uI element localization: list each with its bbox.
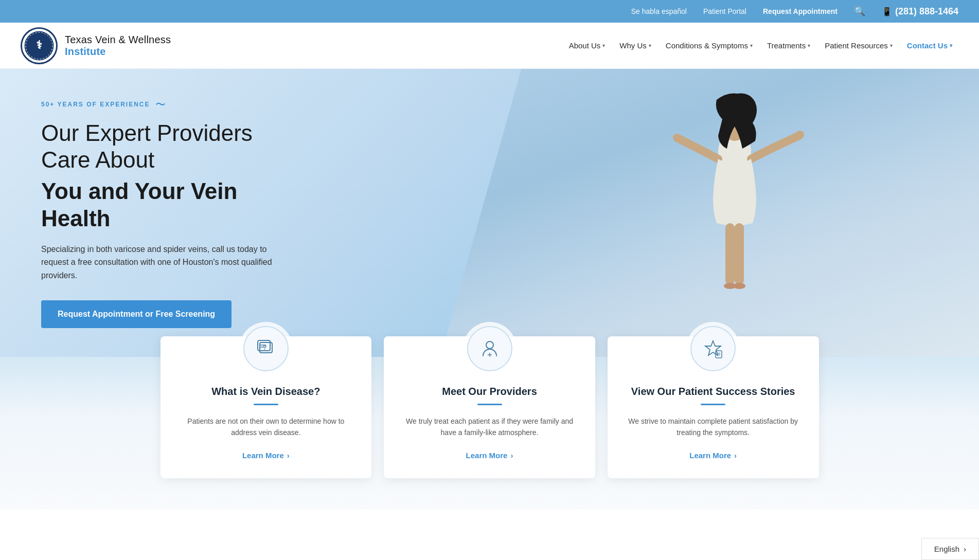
svg-point-6 — [796, 131, 804, 139]
logo-circle: ⚕ — [21, 27, 58, 64]
card-learn-more-1[interactable]: Learn More › — [242, 451, 290, 460]
hero-badge: 50+ YEARS OF EXPERIENCE 〜 — [41, 98, 278, 112]
svg-point-10 — [733, 283, 745, 289]
logo-subtitle: Institute — [65, 46, 171, 58]
logo-name: Texas Vein & Wellness — [65, 34, 171, 46]
card-icon-wrap-2 — [467, 326, 512, 371]
arrow-icon: › — [287, 451, 290, 460]
hero-title-line1: Our Expert Providers Care About — [41, 120, 278, 174]
hero-subtitle: Specializing in both varicose and spider… — [41, 243, 278, 282]
person-medical-icon — [479, 338, 500, 359]
spanish-link[interactable]: Se habla español — [631, 7, 687, 15]
logo[interactable]: ⚕ Texas Vein & Wellness Institute — [21, 27, 171, 64]
hero-title-line2: You and Your Vein Health — [41, 178, 278, 232]
phone-icon: 📱 — [882, 7, 892, 16]
svg-text:⚕: ⚕ — [36, 39, 42, 51]
card-underline-1 — [254, 404, 278, 405]
card-title-3: View Our Patient Success Stories — [631, 386, 795, 398]
phone-number[interactable]: 📱 (281) 888-1464 — [882, 6, 958, 17]
arrow-icon: › — [510, 451, 513, 460]
nav-links: About Us ▾ Why Us ▾ Conditions & Symptom… — [563, 37, 958, 54]
navbar: ⚕ Texas Vein & Wellness Institute About … — [0, 23, 979, 69]
card-title-1: What is Vein Disease? — [211, 386, 320, 398]
chevron-down-icon: ▾ — [602, 43, 605, 48]
card-underline-3 — [701, 404, 725, 405]
card-desc-2: We truly treat each patient as if they w… — [400, 416, 579, 439]
nav-patient-resources[interactable]: Patient Resources ▾ — [818, 37, 899, 54]
svg-rect-8 — [735, 223, 744, 285]
chevron-down-icon: ▾ — [890, 43, 893, 48]
wave-icon: 〜 — [155, 98, 167, 112]
card-title-2: Meet Our Providers — [442, 386, 537, 398]
card-learn-more-3[interactable]: Learn More › — [689, 451, 737, 460]
card-desc-3: We strive to maintain complete patient s… — [624, 416, 803, 439]
card-icon-wrap-3 — [690, 326, 736, 371]
hero-section: 50+ YEARS OF EXPERIENCE 〜 Our Expert Pro… — [0, 69, 979, 357]
svg-point-5 — [673, 134, 681, 142]
nav-about-us[interactable]: About Us ▾ — [563, 37, 612, 54]
nav-why-us[interactable]: Why Us ▾ — [613, 37, 657, 54]
cards-wrapper: ? What is Vein Disease? Patients are not… — [161, 336, 819, 478]
card-learn-more-2[interactable]: Learn More › — [466, 451, 513, 460]
chevron-down-icon: ▾ — [808, 43, 810, 48]
nav-contact-us[interactable]: Contact Us ▾ — [901, 37, 958, 54]
card-providers: Meet Our Providers We truly treat each p… — [384, 336, 595, 478]
svg-rect-7 — [725, 223, 735, 285]
star-badge-icon — [703, 338, 723, 359]
hero-cta-button[interactable]: Request Appointment or Free Screening — [41, 300, 232, 328]
card-success-stories: View Our Patient Success Stories We stri… — [608, 336, 819, 478]
hero-content: 50+ YEARS OF EXPERIENCE 〜 Our Expert Pro… — [0, 69, 319, 357]
cards-section: ? What is Vein Disease? Patients are not… — [0, 357, 979, 509]
card-underline-2 — [477, 404, 502, 405]
search-icon[interactable]: 🔍 — [854, 6, 865, 17]
request-appointment-link[interactable]: Request Appointment — [763, 7, 838, 15]
chevron-down-icon: ▾ — [950, 43, 952, 48]
card-vein-disease: ? What is Vein Disease? Patients are not… — [161, 336, 372, 478]
patient-portal-link[interactable]: Patient Portal — [703, 7, 746, 15]
hero-person-image — [637, 69, 832, 357]
svg-point-16 — [486, 341, 493, 349]
nav-treatments[interactable]: Treatments ▾ — [761, 37, 816, 54]
arrow-icon: › — [734, 451, 737, 460]
card-desc-1: Patients are not on their own to determi… — [177, 416, 355, 439]
top-bar: Se habla español Patient Portal Request … — [0, 0, 979, 23]
chevron-down-icon: ▾ — [750, 43, 753, 48]
chevron-down-icon: ▾ — [649, 43, 651, 48]
nav-conditions[interactable]: Conditions & Symptoms ▾ — [660, 37, 759, 54]
